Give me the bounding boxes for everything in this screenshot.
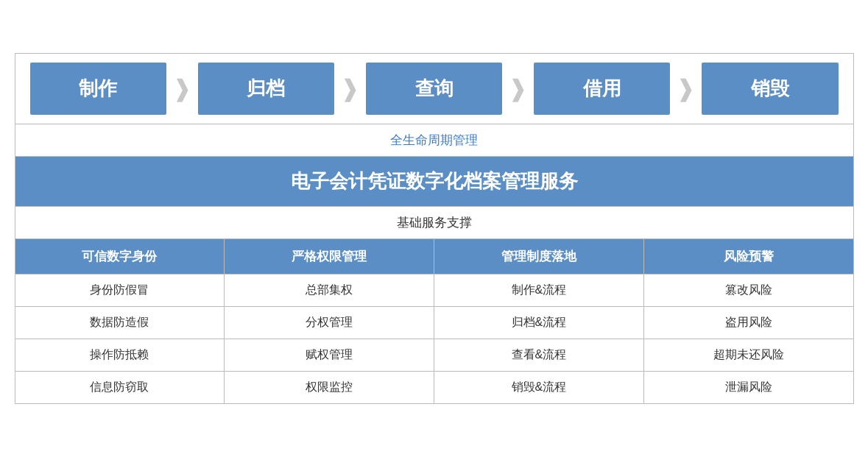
flow-box-0: 制作 (30, 63, 166, 115)
lifecycle-label: 全生命周期管理 (390, 133, 478, 147)
col-item-1-0: 总部集权 (225, 274, 434, 307)
diagram: 制作 ❱ 归档 ❱ 查询 ❱ 借用 ❱ 销毁 全生命周期管理 电子会计凭证数字化… (15, 53, 854, 405)
service-title: 电子会计凭证数字化档案管理服务 (291, 170, 578, 192)
arrow-2: ❱ (334, 74, 366, 102)
support-label: 基础服务支撑 (397, 216, 472, 230)
flow-box-2: 查询 (366, 63, 502, 115)
flow-box-4: 销毁 (702, 63, 838, 115)
column-3: 风险预警篡改风险盗用风险超期未还风险泄漏风险 (644, 239, 853, 403)
col-header-2: 管理制度落地 (434, 239, 643, 274)
col-item-2-0: 制作&流程 (434, 274, 643, 307)
column-0: 可信数字身份身份防假冒数据防造假操作防抵赖信息防窃取 (15, 239, 225, 403)
flow-box-3: 借用 (534, 63, 670, 115)
arrow-4: ❱ (670, 74, 702, 102)
col-header-3: 风险预警 (644, 239, 853, 274)
column-2: 管理制度落地制作&流程归档&流程查看&流程销毁&流程 (434, 239, 644, 403)
col-item-2-2: 查看&流程 (434, 339, 643, 372)
col-item-0-3: 信息防窃取 (15, 372, 225, 403)
col-item-3-3: 泄漏风险 (644, 372, 853, 403)
col-header-1: 严格权限管理 (225, 239, 434, 274)
col-item-3-1: 盗用风险 (644, 307, 853, 339)
column-1: 严格权限管理总部集权分权管理赋权管理权限监控 (225, 239, 434, 403)
flow-box-1: 归档 (198, 63, 334, 115)
col-header-0: 可信数字身份 (15, 239, 225, 274)
flow-row: 制作 ❱ 归档 ❱ 查询 ❱ 借用 ❱ 销毁 (15, 54, 853, 124)
col-item-0-0: 身份防假冒 (15, 274, 225, 307)
col-item-1-1: 分权管理 (225, 307, 434, 339)
col-item-2-1: 归档&流程 (434, 307, 643, 339)
col-item-0-2: 操作防抵赖 (15, 339, 225, 372)
col-item-2-3: 销毁&流程 (434, 372, 643, 403)
col-item-0-1: 数据防造假 (15, 307, 225, 339)
bottom-section: 可信数字身份身份防假冒数据防造假操作防抵赖信息防窃取严格权限管理总部集权分权管理… (15, 239, 853, 403)
lifecycle-row: 全生命周期管理 (15, 124, 853, 157)
arrow-1: ❱ (166, 74, 198, 102)
support-row: 基础服务支撑 (15, 207, 853, 239)
col-item-1-2: 赋权管理 (225, 339, 434, 372)
col-item-3-0: 篡改风险 (644, 274, 853, 307)
service-title-row: 电子会计凭证数字化档案管理服务 (15, 157, 853, 207)
arrow-3: ❱ (502, 74, 534, 102)
col-item-3-2: 超期未还风险 (644, 339, 853, 372)
col-item-1-3: 权限监控 (225, 372, 434, 403)
